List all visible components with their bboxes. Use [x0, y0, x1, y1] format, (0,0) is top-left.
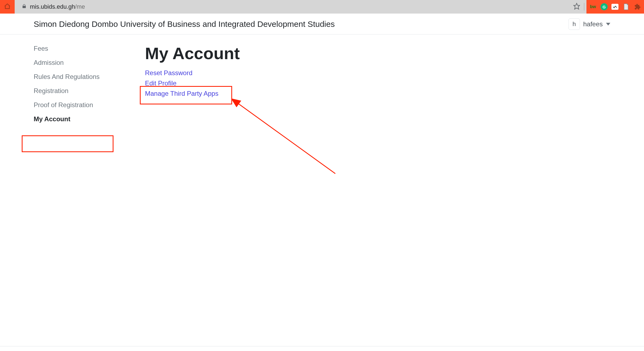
extension-puzzle-icon[interactable]	[634, 3, 641, 11]
extension-doc-icon[interactable]	[622, 3, 630, 11]
main-content: My Account Reset Password Edit Profile M…	[119, 40, 644, 346]
home-icon[interactable]	[4, 3, 11, 11]
sidebar-item-my-account[interactable]: My Account	[34, 112, 119, 126]
page-title: My Account	[145, 44, 633, 63]
bookmark-star-icon[interactable]	[573, 3, 580, 11]
svg-marker-0	[574, 3, 580, 9]
sidebar-item-proof[interactable]: Proof of Registration	[34, 98, 119, 112]
sidebar-item-registration[interactable]: Registration	[34, 84, 119, 98]
chrome-extensions-area: bw G	[586, 0, 644, 14]
extension-grammarly-icon[interactable]: G	[601, 3, 608, 10]
browser-chrome: mis.ubids.edu.gh/me bw G	[0, 0, 644, 14]
chrome-left-accent	[0, 0, 15, 14]
extension-bw-icon[interactable]: bw	[589, 3, 597, 11]
sidebar-item-fees[interactable]: Fees	[34, 42, 119, 56]
username-label: hafees	[583, 20, 603, 28]
extension-check-icon[interactable]	[611, 4, 618, 10]
url-path: /me	[75, 3, 85, 10]
lock-icon	[22, 4, 27, 10]
sidebar-item-rules[interactable]: Rules And Regulations	[34, 70, 119, 84]
site-title: Simon Diedong Dombo University of Busine…	[34, 20, 335, 29]
divider	[584, 3, 584, 11]
chevron-down-icon	[606, 22, 610, 27]
content-area: Fees Admission Rules And Regulations Reg…	[0, 34, 644, 346]
link-edit-profile[interactable]: Edit Profile	[145, 78, 633, 88]
avatar: h	[569, 18, 580, 30]
link-manage-apps[interactable]: Manage Third Party Apps	[145, 88, 633, 99]
main-header: Simon Diedong Dombo University of Busine…	[0, 14, 644, 34]
svg-marker-1	[606, 23, 610, 25]
link-reset-password[interactable]: Reset Password	[145, 68, 633, 78]
url-text: mis.ubids.edu.gh/me	[30, 3, 85, 10]
url-host: mis.ubids.edu.gh	[30, 3, 75, 10]
user-menu[interactable]: h hafees	[569, 18, 610, 30]
sidebar: Fees Admission Rules And Regulations Reg…	[0, 40, 119, 346]
chrome-right-controls	[573, 3, 586, 11]
address-bar-container: mis.ubids.edu.gh/me	[15, 0, 573, 14]
address-bar[interactable]: mis.ubids.edu.gh/me	[17, 1, 571, 12]
sidebar-item-admission[interactable]: Admission	[34, 56, 119, 70]
